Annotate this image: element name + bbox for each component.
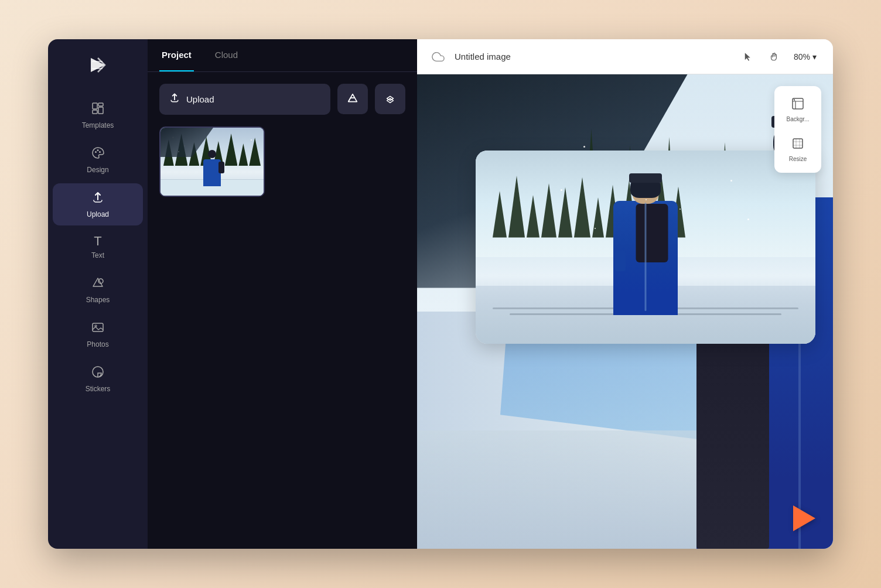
upload-controls: Upload — [159, 84, 405, 115]
tab-project[interactable]: Project — [159, 39, 194, 71]
zoom-control[interactable]: 80% ▾ — [789, 50, 821, 64]
sidebar: Templates Design Upload — [48, 39, 148, 549]
sidebar-item-design[interactable]: Design — [53, 139, 143, 181]
upload-btn-icon — [169, 92, 180, 107]
templates-icon — [91, 101, 105, 118]
cloud-save-button[interactable] — [429, 47, 448, 66]
sidebar-item-templates[interactable]: Templates — [53, 94, 143, 136]
resize-icon — [791, 136, 805, 153]
upload-label: Upload — [87, 210, 109, 218]
resize-tool[interactable]: Resize — [779, 131, 817, 168]
svg-rect-10 — [93, 323, 103, 331]
svg-rect-17 — [793, 139, 803, 148]
upload-button[interactable]: Upload — [159, 84, 330, 115]
canvas-bg[interactable] — [417, 74, 833, 549]
background-icon — [791, 97, 805, 114]
main-container: Templates Design Upload — [48, 39, 833, 549]
sidebar-item-photos[interactable]: Photos — [53, 313, 143, 355]
photos-icon — [91, 320, 105, 337]
canvas-area: Untitled image 80% ▾ — [417, 39, 833, 549]
middle-panel: Project Cloud Upload — [148, 39, 417, 549]
svg-point-11 — [95, 325, 97, 327]
upload-btn-label: Upload — [186, 94, 214, 104]
resize-label: Resize — [789, 156, 807, 162]
upload-icon — [91, 190, 105, 207]
cursor-arrow — [793, 505, 815, 531]
top-bar: Untitled image 80% ▾ — [417, 39, 833, 74]
photos-label: Photos — [87, 340, 108, 348]
design-label: Design — [87, 166, 108, 174]
templates-label: Templates — [82, 121, 114, 129]
shapes-icon — [91, 276, 105, 292]
shapes-label: Shapes — [86, 296, 110, 304]
dropbox-button[interactable] — [375, 84, 405, 114]
sidebar-item-text[interactable]: T Text — [53, 228, 143, 266]
tab-cloud[interactable]: Cloud — [213, 39, 240, 71]
sidebar-item-shapes[interactable]: Shapes — [53, 269, 143, 311]
panel-content: Upload — [148, 72, 417, 549]
text-label: Text — [91, 251, 104, 259]
sidebar-item-upload[interactable]: Upload — [53, 183, 143, 225]
stickers-label: Stickers — [86, 385, 111, 393]
zoom-level: 80% — [794, 52, 810, 61]
sidebar-item-stickers[interactable]: Stickers — [53, 358, 143, 400]
hand-tool-button[interactable] — [763, 46, 784, 67]
app-logo — [84, 51, 112, 79]
background-label: Backgr... — [787, 116, 810, 122]
text-icon: T — [94, 235, 101, 248]
background-tool[interactable]: Backgr... — [779, 91, 817, 128]
panel-tabs: Project Cloud — [148, 39, 417, 72]
stickers-icon — [91, 365, 105, 381]
svg-point-7 — [97, 149, 99, 151]
svg-point-8 — [99, 151, 101, 153]
document-title[interactable]: Untitled image — [455, 52, 730, 61]
svg-point-6 — [95, 151, 97, 153]
google-drive-button[interactable] — [337, 84, 368, 114]
svg-rect-3 — [98, 103, 103, 106]
top-bar-actions: 80% ▾ — [737, 46, 821, 67]
media-thumbnail[interactable] — [159, 127, 265, 197]
cursor-tool-button[interactable] — [737, 46, 759, 67]
svg-rect-5 — [98, 107, 103, 114]
floating-image-card[interactable] — [476, 151, 815, 344]
svg-rect-2 — [93, 103, 97, 109]
design-icon — [91, 146, 105, 162]
zoom-dropdown-icon: ▾ — [812, 52, 817, 61]
svg-rect-4 — [93, 110, 97, 114]
right-tools-panel: Backgr... Resize — [774, 86, 821, 173]
